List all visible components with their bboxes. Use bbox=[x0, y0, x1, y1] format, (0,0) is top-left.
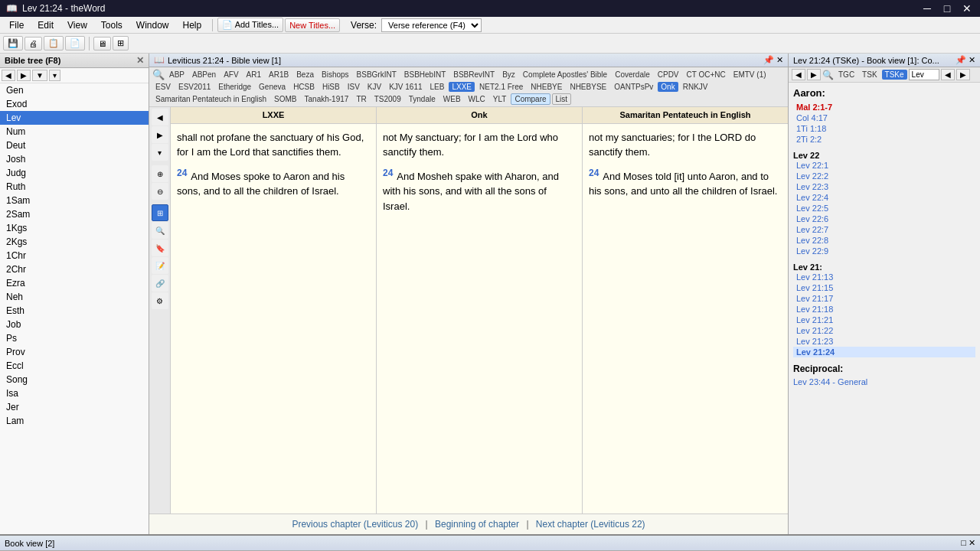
version-leb[interactable]: LEB bbox=[427, 82, 448, 92]
ref-lev-21-21[interactable]: Lev 21:21 bbox=[793, 315, 975, 325]
version-cpdv[interactable]: CPDV bbox=[655, 70, 682, 80]
book-deut[interactable]: Deut bbox=[0, 139, 149, 152]
book-gen[interactable]: Gen bbox=[0, 83, 149, 97]
prev-chapter-link[interactable]: Previous chapter (Leviticus 20) bbox=[292, 519, 418, 530]
version-beza[interactable]: Beza bbox=[293, 70, 317, 80]
side-notes-btn[interactable]: 📝 bbox=[152, 257, 168, 274]
version-nhebyse[interactable]: NHEBYSE bbox=[567, 82, 609, 92]
version-esv2011[interactable]: ESV2011 bbox=[175, 82, 214, 92]
version-bsbgrkint[interactable]: BSBGrkINT bbox=[354, 70, 400, 80]
tree-dropdown[interactable]: ▾ bbox=[49, 70, 60, 81]
bible-view-close[interactable]: ✕ bbox=[776, 55, 783, 65]
version-ts2009[interactable]: TS2009 bbox=[371, 94, 404, 104]
version-rnkjv[interactable]: RNKJV bbox=[680, 82, 711, 92]
version-ylt[interactable]: YLT bbox=[490, 94, 510, 104]
version-geneva[interactable]: Geneva bbox=[256, 82, 289, 92]
ref-lev-21-18[interactable]: Lev 21:18 bbox=[793, 304, 975, 315]
book-2chr[interactable]: 2Chr bbox=[0, 262, 149, 276]
ref-lev-22-6[interactable]: Lev 22:6 bbox=[793, 214, 975, 224]
bv-nav-next[interactable]: ▶ bbox=[956, 69, 970, 80]
bible-view-pin[interactable]: 📌 bbox=[763, 55, 774, 65]
next-chapter-link[interactable]: Next chapter (Leviticus 22) bbox=[536, 519, 645, 530]
version-tr[interactable]: TR bbox=[353, 94, 369, 104]
toolbar-btn-6[interactable]: ⊞ bbox=[113, 36, 129, 51]
book-ezra[interactable]: Ezra bbox=[0, 276, 149, 290]
ref-lev-21-13[interactable]: Lev 21:13 bbox=[793, 272, 975, 282]
version-ar1[interactable]: AR1 bbox=[243, 70, 264, 80]
book-1kgs[interactable]: 1Kgs bbox=[0, 221, 149, 235]
ref-lev-22-8[interactable]: Lev 22:8 bbox=[793, 235, 975, 246]
version-ar1b[interactable]: AR1B bbox=[266, 70, 292, 80]
menu-file[interactable]: File bbox=[3, 18, 30, 32]
new-titles-button[interactable]: New Titles... bbox=[285, 18, 340, 32]
bv-nav-prev[interactable]: ◀ bbox=[941, 69, 955, 80]
side-link-btn[interactable]: 🔗 bbox=[152, 275, 168, 292]
side-search-btn[interactable]: 🔍 bbox=[152, 222, 168, 239]
version-lxxe[interactable]: LXXE bbox=[449, 82, 475, 92]
add-titles-button[interactable]: 📄 Add Titles... bbox=[217, 18, 283, 32]
ref-lev-22-2[interactable]: Lev 22:2 bbox=[793, 171, 975, 181]
version-bsbrevint[interactable]: BSBRevINT bbox=[450, 70, 498, 80]
ref-lev-21-22[interactable]: Lev 21:22 bbox=[793, 325, 975, 336]
version-somb[interactable]: SOMB bbox=[271, 94, 299, 104]
side-nav-fwd[interactable]: ▶ bbox=[152, 126, 168, 143]
side-bookmark-btn[interactable]: 🔖 bbox=[152, 240, 168, 256]
toolbar-btn-3[interactable]: 📋 bbox=[44, 36, 64, 51]
bottom-panel-close[interactable]: ✕ bbox=[969, 538, 975, 548]
bv-version-tsk[interactable]: TSK bbox=[859, 70, 880, 80]
version-bsbhebint[interactable]: BSBHebINT bbox=[401, 70, 449, 80]
side-columns-btn[interactable]: ⊞ bbox=[152, 204, 168, 221]
ref-lev-21-17[interactable]: Lev 21:17 bbox=[793, 293, 975, 304]
book-ruth[interactable]: Ruth bbox=[0, 180, 149, 194]
book-2sam[interactable]: 2Sam bbox=[0, 207, 149, 221]
version-complete[interactable]: Complete Apostles' Bible bbox=[520, 70, 610, 80]
menu-tools[interactable]: Tools bbox=[95, 18, 129, 32]
version-tyndale[interactable]: Tyndale bbox=[406, 94, 439, 104]
ref-lev-21-15[interactable]: Lev 21:15 bbox=[793, 282, 975, 293]
ref-lev-22-9[interactable]: Lev 22:9 bbox=[793, 246, 975, 256]
bottom-panel-expand[interactable]: □ bbox=[961, 538, 966, 548]
version-byz[interactable]: Byz bbox=[499, 70, 518, 80]
tree-nav-down[interactable]: ▼ bbox=[32, 70, 47, 81]
version-tanakh[interactable]: Tanakh-1917 bbox=[302, 94, 352, 104]
book-esth[interactable]: Esth bbox=[0, 304, 149, 318]
ref-lev-22-3[interactable]: Lev 22:3 bbox=[793, 181, 975, 192]
book-num[interactable]: Num bbox=[0, 125, 149, 139]
bible-tree-close[interactable]: ✕ bbox=[136, 55, 144, 66]
close-button[interactable]: ✕ bbox=[960, 2, 974, 15]
side-dropdown[interactable]: ▾ bbox=[152, 144, 168, 161]
verse-reference-select[interactable]: Verse reference (F4) bbox=[381, 18, 482, 32]
version-samaritan[interactable]: Samaritan Pentateuch in English bbox=[152, 94, 270, 104]
version-compare[interactable]: Compare bbox=[511, 93, 550, 105]
version-wlc[interactable]: WLC bbox=[466, 94, 488, 104]
version-etheridge[interactable]: Etheridge bbox=[215, 82, 254, 92]
book-lam[interactable]: Lam bbox=[0, 414, 149, 428]
version-nhebye[interactable]: NHEBYE bbox=[528, 82, 565, 92]
book-view-pin[interactable]: 📌 bbox=[956, 55, 966, 65]
version-onk[interactable]: Onk bbox=[658, 82, 678, 92]
book-song[interactable]: Song bbox=[0, 373, 149, 386]
book-prov[interactable]: Prov bbox=[0, 345, 149, 359]
version-emtv[interactable]: EMTV (1) bbox=[730, 70, 769, 80]
book-exod[interactable]: Exod bbox=[0, 97, 149, 111]
ref-lev-21-24[interactable]: Lev 21:24 bbox=[793, 347, 975, 357]
version-kjv1611[interactable]: KJV 1611 bbox=[386, 82, 425, 92]
ref-col-4-17[interactable]: Col 4:17 bbox=[793, 112, 975, 123]
side-nav-back[interactable]: ◀ bbox=[152, 109, 168, 126]
minimize-button[interactable]: ─ bbox=[920, 2, 934, 15]
toolbar-btn-5[interactable]: 🖥 bbox=[93, 37, 111, 51]
ref-2ti-2-2[interactable]: 2Ti 2:2 bbox=[793, 134, 975, 145]
version-list[interactable]: List bbox=[552, 93, 572, 105]
toolbar-btn-4[interactable]: 📄 bbox=[65, 36, 85, 51]
book-josh[interactable]: Josh bbox=[0, 152, 149, 166]
book-lev[interactable]: Lev bbox=[0, 111, 149, 125]
book-ps[interactable]: Ps bbox=[0, 331, 149, 345]
book-judg[interactable]: Judg bbox=[0, 166, 149, 180]
ref-lev-22-4[interactable]: Lev 22:4 bbox=[793, 192, 975, 203]
tree-nav-back[interactable]: ◀ bbox=[2, 70, 15, 81]
maximize-button[interactable]: □ bbox=[940, 2, 954, 15]
book-isa[interactable]: Isa bbox=[0, 386, 149, 400]
version-abp[interactable]: ABP bbox=[166, 70, 188, 80]
ref-mal-2-1-7[interactable]: Mal 2:1-7 bbox=[793, 102, 975, 112]
version-hcsb[interactable]: HCSB bbox=[290, 82, 318, 92]
